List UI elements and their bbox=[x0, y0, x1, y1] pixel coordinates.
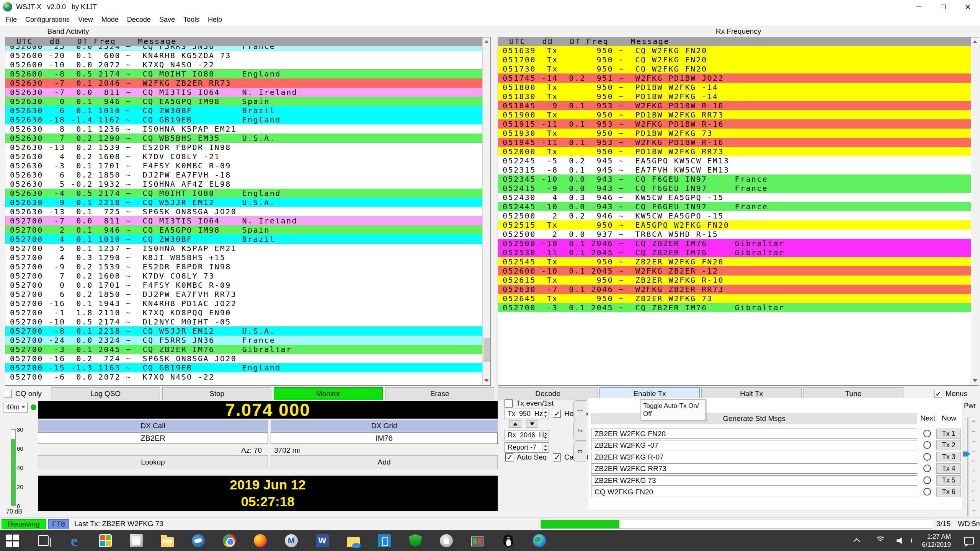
decode-row[interactable]: 052600 25 0.0 2524 ~ CQ F5RRS JN36 Franc… bbox=[5, 46, 482, 51]
store-icon[interactable] bbox=[96, 530, 114, 551]
auto-seq-box[interactable] bbox=[505, 453, 513, 461]
monitor-button[interactable]: Monitor bbox=[274, 387, 383, 400]
next-radio-button[interactable] bbox=[923, 476, 931, 484]
decode-row[interactable]: 052630 5 -0.2 1932 ~ IS0HNA AF4Z EL98 bbox=[5, 179, 482, 189]
scroll-down-icon[interactable] bbox=[484, 379, 489, 382]
decode-row[interactable]: 051915 -11 0.1 953 ~ W2FKG PD1BW R-16 bbox=[498, 119, 971, 129]
decode-row[interactable]: 052700 -3 0.1 2045 ~ CQ ZB2ER IM76 Gibra… bbox=[5, 345, 482, 354]
message-tab[interactable]: 3 bbox=[573, 442, 586, 461]
decode-row[interactable]: 052630 6 0.1 1010 ~ CQ ZW30BF Brazil bbox=[5, 106, 482, 115]
auto-seq-checkbox[interactable]: Auto Seq bbox=[505, 453, 547, 461]
decode-row[interactable]: 052545 Tx 950 ~ ZB2ER W2FKG FN20 bbox=[498, 257, 971, 266]
message-text-field[interactable]: CQ W2FKG FN20 bbox=[591, 487, 917, 497]
decode-row[interactable]: 052630 -7 0.1 2046 ~ W2FKG ZB2ER RR73 bbox=[5, 78, 482, 88]
start-button[interactable] bbox=[3, 530, 21, 551]
tx-even-checkbox[interactable]: Tx even/1st bbox=[505, 399, 554, 408]
erase-button[interactable]: Erase bbox=[385, 387, 494, 400]
next-radio-button[interactable] bbox=[923, 488, 931, 496]
file-explorer-icon[interactable] bbox=[158, 530, 176, 551]
stop-button[interactable]: Stop bbox=[162, 387, 271, 400]
decode-row[interactable]: 052700 2 0.1 946 ~ CQ EA5GPQ IM98 Spain bbox=[5, 225, 482, 235]
decode-row[interactable]: 052615 Tx 950 ~ ZB2ER W2FKG R-10 bbox=[498, 276, 971, 285]
decode-row[interactable]: 052700 -9 0.2 1539 ~ ES2DR F8PDR IN98 bbox=[5, 262, 482, 271]
devices-icon[interactable] bbox=[375, 530, 394, 551]
decode-row[interactable]: 052700 -6 0.0 2072 ~ K7XQ N4SO -22 bbox=[5, 372, 482, 381]
decode-row[interactable]: 052700 7 0.2 1608 ~ K7DV CO8LY 73 bbox=[5, 271, 482, 280]
tx-now-button[interactable]: Tx 6 bbox=[936, 487, 961, 497]
tx-freq-spinner[interactable]: Tx 950 Hz bbox=[505, 409, 549, 419]
decode-row[interactable]: 052630 -13 0.1 725 ~ SP6SK ON8SGA JO20 bbox=[5, 207, 482, 216]
decode-row[interactable]: 052630 4 0.2 1608 ~ K7DV CO8LY -21 bbox=[5, 152, 482, 161]
menus-checkbox[interactable]: Menus bbox=[934, 390, 967, 398]
decode-row[interactable]: 052630 8 0.1 1236 ~ IS0HNA K5PAP EM21 bbox=[5, 124, 482, 134]
decode-button[interactable]: Decode bbox=[498, 387, 598, 400]
decode-row[interactable]: 052515 Tx 950 ~ EA5GPQ W2FKG FN20 bbox=[498, 220, 971, 230]
decode-row[interactable]: 052600 -20 0.1 600 ~ KN4RHB KG5ZDA 73 bbox=[5, 51, 482, 60]
decode-row[interactable]: 052415 -9 0.0 943 ~ CQ F6GEU IN97 France bbox=[498, 184, 971, 193]
close-button[interactable] bbox=[956, 0, 980, 14]
action-center-icon[interactable] bbox=[964, 537, 974, 544]
decode-row[interactable]: 052700 -10 0.5 2174 ~ DL2NYC M0IHT -05 bbox=[5, 317, 482, 326]
decode-row[interactable]: 051800 Tx 950 ~ PD1BW W2FKG -14 bbox=[498, 83, 971, 92]
decode-row[interactable]: 052000 Tx 950 ~ PD1BW W2FKG RR73 bbox=[498, 147, 971, 156]
maximize-button[interactable] bbox=[931, 0, 956, 14]
menus-box[interactable] bbox=[934, 390, 942, 398]
rx-frequency-scrollbar[interactable] bbox=[971, 37, 979, 385]
add-button[interactable]: Add bbox=[271, 455, 498, 469]
message-tab[interactable]: 2 bbox=[573, 421, 586, 441]
wsjtx-taskbar-icon[interactable] bbox=[530, 530, 549, 551]
maxthon-icon[interactable]: M bbox=[282, 530, 301, 551]
minimize-button[interactable] bbox=[906, 0, 931, 14]
decode-row[interactable]: 052700 -15 -1.3 1163 ~ CQ GB19EB England bbox=[5, 363, 482, 372]
freq-up-button[interactable] bbox=[509, 420, 521, 428]
decode-row[interactable]: 052645 Tx 950 ~ ZB2ER W2FKG 73 bbox=[498, 294, 971, 303]
onedrive-icon[interactable] bbox=[344, 530, 363, 551]
wifi-icon[interactable] bbox=[875, 536, 886, 545]
decode-row[interactable]: 051945 -11 0.1 953 ~ W2FKG PD1BW R-16 bbox=[498, 138, 971, 147]
menu-item[interactable]: Mode bbox=[97, 16, 123, 24]
decode-row[interactable]: 051730 Tx 950 ~ CQ W2FKG FN20 bbox=[498, 64, 971, 73]
tx-now-button[interactable]: Tx 4 bbox=[936, 463, 961, 474]
decode-row[interactable]: 051900 Tx 950 ~ PD1BW W2FKG RR73 bbox=[498, 110, 971, 119]
chrome-icon[interactable] bbox=[220, 530, 238, 551]
next-radio-button[interactable] bbox=[923, 453, 931, 461]
photos-icon[interactable] bbox=[127, 530, 145, 551]
decode-row[interactable]: 052700 -1 1.8 2110 ~ K7XQ KD8PQQ EN90 bbox=[5, 308, 482, 317]
menu-item[interactable]: File bbox=[2, 16, 21, 24]
decode-row[interactable]: 052630 -7 0.1 2046 ~ W2FKG ZB2ER RR73 bbox=[498, 285, 971, 294]
next-radio-button[interactable] bbox=[923, 465, 931, 472]
scroll-up-icon[interactable] bbox=[484, 40, 489, 43]
menu-item[interactable]: Decode bbox=[123, 16, 155, 24]
decode-row[interactable]: 052500 2 0.2 946 ~ KW5CW EA5GPQ -15 bbox=[498, 211, 971, 220]
decode-row[interactable]: 052245 -5 0.2 945 ~ EA5GPQ KW5CW EM13 bbox=[498, 156, 971, 165]
report-spinner[interactable]: Report -7 bbox=[505, 442, 549, 453]
tx-now-button[interactable]: Tx 1 bbox=[936, 429, 961, 439]
tray-clock[interactable]: 1:27 AM 6/12/2019 bbox=[922, 533, 951, 549]
decode-row[interactable]: 052700 -8 0.1 2218 ~ CQ W5JJR EM12 U.S.A… bbox=[5, 326, 482, 336]
decode-row[interactable]: 052345 -10 0.0 943 ~ CQ F6GEU IN97 Franc… bbox=[498, 174, 971, 184]
cq-only-box[interactable] bbox=[4, 390, 12, 398]
scrollbar-thumb[interactable] bbox=[483, 338, 490, 362]
decode-row[interactable]: 052630 -7 0.0 811 ~ CQ MI3TIS IO64 N. Ir… bbox=[5, 88, 482, 97]
decode-row[interactable]: 051845 -9 0.1 953 ~ W2FKG PD1BW R-16 bbox=[498, 101, 971, 110]
message-text-field[interactable]: ZB2ER W2FKG R-07 bbox=[591, 452, 917, 462]
log-qso-button[interactable]: Log QSO bbox=[51, 387, 160, 400]
decode-row[interactable]: 052630 -18 -1.4 1162 ~ CQ GB19EB England bbox=[5, 115, 482, 124]
cq-only-checkbox[interactable]: CQ only bbox=[4, 390, 42, 398]
decode-row[interactable]: 052630 6 0.2 1850 ~ DJ2PW EA7FVH -18 bbox=[5, 170, 482, 179]
edge-icon[interactable]: e bbox=[65, 530, 83, 551]
antivirus-shield-icon[interactable] bbox=[406, 530, 425, 551]
penguin-app-icon[interactable] bbox=[499, 530, 518, 551]
band-select[interactable]: 40m bbox=[3, 402, 28, 412]
menu-item[interactable]: Configurations bbox=[21, 16, 74, 24]
decode-row[interactable]: 052500 2 0.0 937 ~ TR8CA W5HD R-15 bbox=[498, 230, 971, 239]
decode-row[interactable]: 052700 -24 0.0 2324 ~ CQ F5RRS JN36 Fran… bbox=[5, 336, 482, 345]
menu-item[interactable]: Save bbox=[155, 16, 179, 24]
decode-row[interactable]: 052600 -10 0.1 2045 ~ W2FKG ZB2ER -12 bbox=[498, 266, 971, 276]
dx-grid-field[interactable]: IM76 bbox=[271, 432, 498, 444]
spinner-arrows-icon[interactable] bbox=[542, 431, 548, 440]
message-text-field[interactable]: ZB2ER W2FKG 73 bbox=[591, 475, 917, 486]
spinner-arrows-icon[interactable] bbox=[542, 409, 548, 418]
hold-tx-freq-box[interactable] bbox=[553, 410, 561, 418]
decode-row[interactable]: 052700 -16 0.1 1943 ~ KN4RHB PD1AC JO22 bbox=[5, 299, 482, 308]
